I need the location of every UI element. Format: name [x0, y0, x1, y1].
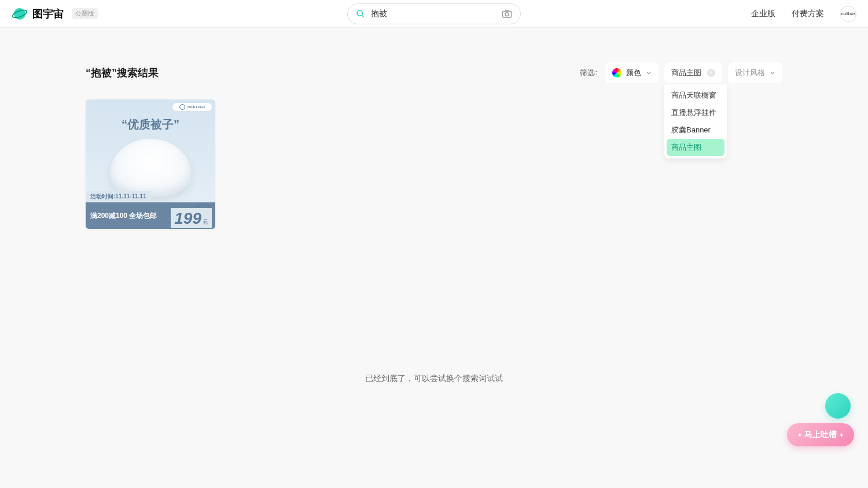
clear-icon[interactable]: ×: [707, 69, 715, 77]
content: “抱被”搜索结果 筛选: 颜色 商品主图 × 商品天联橱窗 直播悬浮挂件 胶囊B…: [0, 28, 868, 229]
header-right: 企业版 付费方案 nolibox: [751, 6, 856, 22]
logo-text: 图宇宙: [32, 7, 64, 21]
planet-icon: [12, 6, 28, 22]
svg-line-3: [362, 15, 363, 17]
logo-badge: 公测版: [72, 8, 98, 19]
feedback-button[interactable]: ✦ 马上吐槽 ✦: [787, 423, 854, 446]
style-filter-text: 设计风格: [735, 68, 765, 78]
product-image: [110, 139, 191, 197]
dropdown-item-4[interactable]: 商品主图: [667, 139, 724, 156]
search-bar[interactable]: [347, 3, 521, 24]
type-dropdown: 商品天联橱窗 直播悬浮挂件 胶囊Banner 商品主图: [664, 84, 727, 158]
color-filter-text: 颜色: [626, 68, 641, 78]
enterprise-link[interactable]: 企业版: [751, 9, 775, 19]
search-icon: [356, 9, 365, 19]
style-filter[interactable]: 设计风格: [728, 62, 782, 83]
header: 图宇宙 公测版 企业版 付费方案 nolibox: [0, 0, 868, 28]
card-price: 199: [174, 209, 201, 228]
type-filter[interactable]: 商品主图 ×: [664, 62, 722, 83]
feedback-label: 马上吐槽: [804, 430, 837, 440]
result-card[interactable]: YOUR LOGO “优质被子” 活动时间:11.11-11.11 满200减1…: [86, 99, 215, 229]
end-of-results-text: 已经到底了，可以尝试换个搜索词试试: [0, 374, 868, 384]
svg-point-2: [357, 10, 362, 16]
chevron-down-icon: [646, 70, 652, 76]
avatar[interactable]: nolibox: [840, 6, 856, 22]
color-filter[interactable]: 颜色: [605, 62, 659, 83]
color-wheel-icon: [612, 68, 621, 77]
page-title: “抱被”搜索结果: [86, 66, 159, 80]
camera-icon[interactable]: [502, 9, 512, 19]
filters: 筛选: 颜色 商品主图 × 商品天联橱窗 直播悬浮挂件 胶囊Banner 商品主…: [580, 62, 782, 83]
filter-label: 筛选:: [580, 68, 597, 78]
svg-point-5: [505, 12, 509, 16]
type-filter-text: 商品主图: [671, 68, 703, 78]
sparkle-icon: ✦: [839, 432, 844, 438]
dropdown-item-2[interactable]: 直播悬浮挂件: [667, 104, 724, 121]
dropdown-item-1[interactable]: 商品天联橱窗: [667, 87, 724, 104]
dropdown-item-3[interactable]: 胶囊Banner: [667, 121, 724, 139]
help-button[interactable]: [825, 393, 851, 419]
logo[interactable]: 图宇宙 公测版: [12, 6, 98, 22]
pricing-link[interactable]: 付费方案: [792, 9, 824, 19]
chevron-down-icon: [770, 70, 775, 76]
card-time: 活动时间:11.11-11.11: [86, 191, 151, 202]
card-price-unit: 元: [203, 218, 208, 226]
card-logo-badge: YOUR LOGO: [172, 103, 212, 111]
title-row: “抱被”搜索结果 筛选: 颜色 商品主图 × 商品天联橱窗 直播悬浮挂件 胶囊B…: [86, 62, 782, 83]
search-input[interactable]: [371, 9, 496, 19]
card-price-wrap: 199 元: [171, 208, 212, 228]
card-title: “优质被子”: [86, 117, 215, 132]
sparkle-icon: ✦: [797, 432, 802, 438]
